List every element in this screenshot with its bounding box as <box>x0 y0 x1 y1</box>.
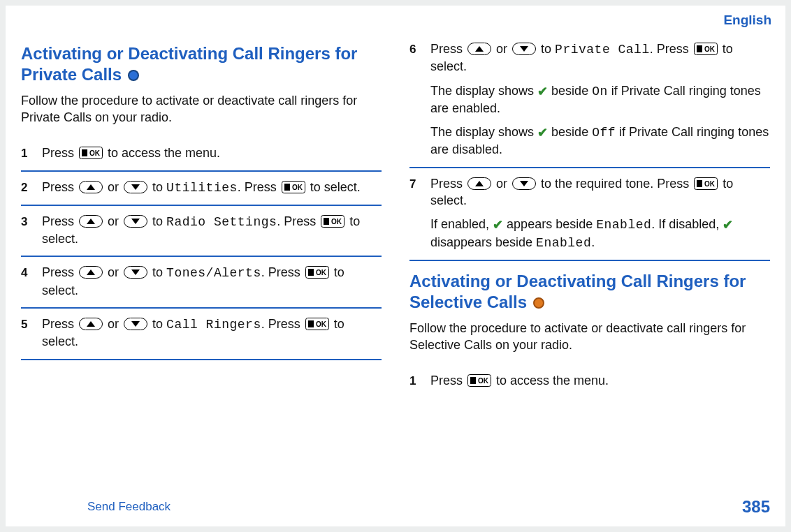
section-heading-private: Activating or Deactivating Call Ringers … <box>21 43 382 85</box>
footer: Send Feedback 385 <box>6 497 785 517</box>
section1-intro: Follow the procedure to activate or deac… <box>21 92 382 126</box>
text: . Press <box>261 317 304 331</box>
step-body: Press or to Tones/Alerts. Press OK to se… <box>42 264 382 299</box>
page-number: 385 <box>742 497 770 517</box>
section2-intro: Follow the procedure to activate or deac… <box>409 320 770 354</box>
svg-rect-36 <box>697 45 702 52</box>
menu-label: Enabled <box>536 236 591 250</box>
step-6: 6 Press or to Private Call. Press OK to … <box>409 34 770 168</box>
ok-button-icon: OK <box>694 43 718 55</box>
private-call-icon <box>128 70 139 81</box>
text: . <box>591 235 595 249</box>
up-button-icon <box>467 43 491 55</box>
content-columns: Activating or Deactivating Call Ringers … <box>6 6 785 398</box>
text: . Press <box>650 42 692 56</box>
up-button-icon <box>467 177 491 190</box>
svg-rect-8 <box>284 184 290 191</box>
text: or <box>108 317 122 331</box>
text: If enabled, <box>430 217 493 231</box>
step-3: 3 Press or to Radio Settings. Press OK t… <box>21 206 382 258</box>
check-icon: ✔ <box>537 124 548 141</box>
send-feedback-link[interactable]: Send Feedback <box>87 500 170 514</box>
step-number: 4 <box>21 264 42 281</box>
check-icon: ✔ <box>537 83 548 100</box>
svg-rect-22 <box>308 269 314 276</box>
header-language: English <box>723 13 771 28</box>
step-4: 4 Press or to Tones/Alerts. Press OK to … <box>21 257 382 309</box>
text: The display shows <box>430 84 537 98</box>
ok-button-icon: OK <box>282 181 305 193</box>
heading-text: Activating or Deactivating Call Ringers … <box>21 44 357 84</box>
down-button-icon <box>512 177 536 190</box>
svg-rect-43 <box>697 180 702 187</box>
left-column: Activating or Deactivating Call Ringers … <box>21 34 382 398</box>
menu-label: Enabled <box>596 218 651 232</box>
svg-rect-1 <box>82 149 87 156</box>
text: Press <box>430 374 466 387</box>
page: English Activating or Deactivating Call … <box>6 6 785 526</box>
section-heading-selective: Activating or Deactivating Call Ringers … <box>409 271 770 313</box>
selective-call-icon <box>533 297 544 309</box>
menu-label: On <box>592 84 608 98</box>
text: Press <box>42 180 78 194</box>
svg-rect-46 <box>470 377 476 384</box>
text: or <box>108 265 122 279</box>
menu-label: Radio Settings <box>166 215 277 229</box>
svg-text:OK: OK <box>331 218 342 226</box>
svg-text:OK: OK <box>704 45 716 53</box>
svg-text:OK: OK <box>704 180 716 188</box>
ok-button-icon: OK <box>321 215 344 228</box>
step-body: Press or to Utilities. Press OK to selec… <box>42 179 382 196</box>
step-5: 5 Press or to Call Ringers. Press OK to … <box>21 309 382 360</box>
text: appears beside <box>507 217 596 231</box>
step-number: 2 <box>21 179 42 196</box>
text: Press <box>430 177 466 191</box>
text: to <box>152 317 166 331</box>
ok-button-icon: OK <box>467 374 491 387</box>
text: or <box>496 177 511 191</box>
down-button-icon <box>124 318 147 330</box>
text: to <box>152 265 166 279</box>
svg-text:OK: OK <box>316 320 327 328</box>
down-button-icon <box>124 181 147 193</box>
step-body: Press OK to access the menu. <box>42 145 382 161</box>
ok-button-icon: OK <box>694 177 718 190</box>
step-number: 5 <box>21 316 42 333</box>
svg-rect-15 <box>324 218 329 225</box>
step-body: Press or to Private Call. Press OK to se… <box>430 40 770 158</box>
text: . Press <box>277 214 319 228</box>
heading-text: Activating or Deactivating Call Ringers … <box>409 272 746 311</box>
text: to select. <box>310 180 361 194</box>
menu-label: Call Ringers <box>166 318 261 332</box>
step-body: Press or to Call Ringers. Press OK to se… <box>42 316 382 350</box>
text: disappears beside <box>430 235 536 249</box>
text: or <box>108 180 122 194</box>
ok-button-icon: OK <box>305 318 329 330</box>
text: to the required tone. Press <box>541 177 692 191</box>
up-button-icon <box>79 215 103 228</box>
text: beside <box>551 84 592 98</box>
svg-text:OK: OK <box>292 184 303 191</box>
step-1: 1 Press OK to access the menu. <box>21 138 382 172</box>
ok-button-icon: OK <box>79 147 103 159</box>
svg-text:OK: OK <box>89 149 101 157</box>
down-button-icon <box>512 43 536 55</box>
text: to access the menu. <box>496 374 609 387</box>
ok-button-icon: OK <box>305 266 329 279</box>
down-button-icon <box>124 266 147 279</box>
text: to access the menu. <box>108 146 220 160</box>
check-icon: ✔ <box>723 216 733 233</box>
text: to <box>541 42 555 56</box>
text: The display shows <box>430 125 537 139</box>
text: . If disabled, <box>651 217 723 231</box>
step-number: 3 <box>21 213 42 230</box>
down-button-icon <box>124 215 147 228</box>
text: or <box>108 214 122 228</box>
step-number: 6 <box>409 40 430 58</box>
step-number: 1 <box>21 145 42 162</box>
text: or <box>496 42 511 56</box>
step-body: Press or to the required tone. Press OK … <box>430 175 770 251</box>
step-7: 7 Press or to the required tone. Press O… <box>409 168 770 261</box>
step-body: Press OK to access the menu. <box>430 372 770 389</box>
step-number: 1 <box>409 372 430 390</box>
